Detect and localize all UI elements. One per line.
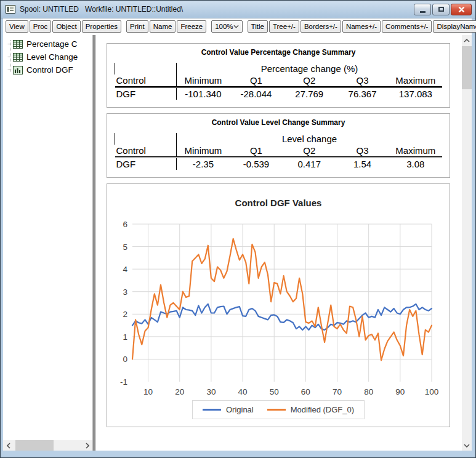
minimize-button[interactable]	[414, 4, 431, 15]
cell-minimum: -2.35	[177, 158, 230, 171]
svg-text:-1: -1	[120, 377, 127, 387]
column-header-control: Control	[115, 145, 177, 158]
table-title: Control Value Level Change Summary	[115, 118, 442, 127]
cell-q2: 0.417	[283, 158, 336, 171]
svg-text:0: 0	[123, 355, 127, 364]
column-header: Q3	[336, 74, 389, 87]
scroll-down-arrow[interactable]	[462, 440, 472, 451]
vertical-scrollbar[interactable]	[462, 35, 472, 451]
table-icon	[13, 53, 23, 62]
legend-label: Modified (DGF_0)	[291, 405, 354, 414]
column-header: Maximum	[389, 74, 442, 87]
summary-table: Percentage change (%) Control Minimum Q1…	[115, 63, 442, 100]
svg-text:80: 80	[364, 387, 373, 396]
sidebar-item-level-change[interactable]: Level Change	[7, 50, 92, 63]
group-header: Percentage change (%)	[177, 63, 443, 74]
svg-text:60: 60	[301, 387, 310, 396]
svg-text:4: 4	[123, 265, 127, 274]
close-icon	[458, 7, 465, 12]
minimize-icon	[420, 11, 426, 13]
column-header: Q1	[230, 74, 283, 87]
svg-text:20: 20	[175, 387, 184, 396]
column-header: Q3	[336, 145, 389, 158]
svg-text:70: 70	[333, 387, 342, 396]
column-header: Q2	[283, 145, 336, 158]
cell-q3: 76.367	[336, 87, 389, 100]
cell-minimum: -101.340	[177, 87, 230, 100]
close-button[interactable]	[451, 4, 472, 15]
print-button[interactable]: Print	[126, 20, 148, 33]
comments-toggle-button[interactable]: Comments+/-	[382, 20, 432, 33]
modified-line-swatch	[267, 409, 286, 411]
displayname-toggle-button[interactable]: DisplayName+/-	[433, 20, 476, 33]
level-change-summary-table[interactable]: Control Value Level Change Summary Level…	[107, 113, 450, 178]
svg-text:3: 3	[123, 287, 127, 297]
zoom-value: 100%	[215, 23, 233, 30]
cell-q1: -28.044	[230, 87, 283, 100]
legend-item-original: Original	[203, 405, 254, 414]
eviews-spool-window: Spool: UNTITLED Workfile: UNTITLED::Unti…	[0, 0, 476, 458]
sidebar-item-label: Percentage C	[26, 39, 78, 49]
title-button[interactable]: Title	[248, 20, 268, 33]
scroll-right-arrow[interactable]	[82, 440, 92, 451]
title-bar[interactable]: Spool: UNTITLED Workfile: UNTITLED::Unti…	[1, 1, 475, 18]
svg-text:1: 1	[123, 332, 127, 342]
svg-text:5: 5	[123, 243, 127, 252]
spool-content-area: Control Value Percentage Change Summary …	[95, 35, 462, 451]
sidebar-item-label: Control DGF	[26, 65, 73, 74]
chart-legend: Original Modified (DGF_0)	[192, 400, 365, 419]
legend-label: Original	[226, 405, 254, 414]
cell-q2: 27.769	[283, 87, 336, 100]
tree-connector-lines	[10, 40, 10, 72]
sidebar-item-percentage-change[interactable]: Percentage C	[7, 38, 92, 50]
svg-text:40: 40	[238, 387, 248, 396]
svg-text:90: 90	[395, 387, 405, 396]
table-row: DGF -2.35 -0.539 0.417 1.54 3.08	[115, 158, 443, 171]
tree-toggle-button[interactable]: Tree+/-	[269, 20, 299, 33]
svg-text:6: 6	[123, 220, 127, 229]
legend-item-modified: Modified (DGF_0)	[267, 405, 354, 414]
restore-icon	[438, 7, 444, 12]
graph-icon	[13, 66, 23, 74]
scrollbar-thumb[interactable]	[462, 46, 472, 89]
names-toggle-button[interactable]: Names+/-	[342, 20, 381, 33]
tree-horizontal-scrollbar[interactable]	[3, 440, 92, 451]
column-header: Maximum	[389, 145, 442, 158]
restore-button[interactable]	[432, 4, 450, 15]
control-dgf-graph[interactable]: Control DGF Values 6543210-1102030405060…	[107, 183, 450, 427]
toolbar: View Proc Object Properties Print Name F…	[3, 18, 472, 35]
row-label: DGF	[115, 158, 177, 171]
summary-table: Level change Control Minimum Q1 Q2 Q3 Ma…	[115, 133, 442, 170]
borders-toggle-button[interactable]: Borders+/-	[301, 20, 341, 33]
window-title: Spool: UNTITLED Workfile: UNTITLED::Unti…	[20, 5, 414, 14]
object-button[interactable]: Object	[52, 20, 80, 33]
sidebar-item-control-dgf[interactable]: Control DGF	[7, 63, 92, 76]
freeze-button[interactable]: Freeze	[177, 20, 206, 33]
svg-text:30: 30	[206, 387, 216, 396]
column-header: Q1	[230, 145, 283, 158]
column-header: Q2	[283, 74, 336, 87]
scrollbar-track[interactable]	[14, 440, 82, 451]
cell-q1: -0.539	[230, 158, 283, 171]
table-row: DGF -101.340 -28.044 27.769 76.367 137.0…	[115, 87, 443, 100]
zoom-select[interactable]: 100%	[211, 20, 242, 33]
cell-maximum: 137.083	[389, 87, 442, 100]
scroll-left-arrow[interactable]	[3, 440, 14, 451]
cell-q3: 1.54	[336, 158, 389, 171]
spool-window-icon	[6, 5, 15, 14]
dgf-chart-svg: 6543210-1102030405060708090100	[112, 214, 445, 399]
scrollbar-thumb[interactable]	[15, 440, 54, 451]
proc-button[interactable]: Proc	[30, 20, 52, 33]
cell-maximum: 3.08	[389, 158, 442, 171]
column-header: Minimum	[177, 145, 230, 158]
scrollbar-track[interactable]	[462, 46, 472, 440]
table-icon	[13, 40, 23, 49]
scroll-up-arrow[interactable]	[462, 35, 472, 46]
name-button[interactable]: Name	[150, 20, 176, 33]
properties-button[interactable]: Properties	[82, 20, 121, 33]
percentage-change-summary-table[interactable]: Control Value Percentage Change Summary …	[107, 43, 450, 108]
view-button[interactable]: View	[6, 20, 28, 33]
table-title: Control Value Percentage Change Summary	[115, 48, 442, 57]
svg-text:100: 100	[425, 387, 439, 396]
column-header: Minimum	[177, 74, 230, 87]
